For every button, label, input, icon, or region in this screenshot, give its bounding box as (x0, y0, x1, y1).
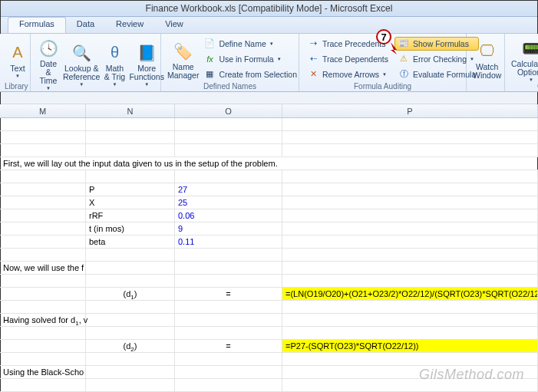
library-group-label: Library (5, 82, 25, 91)
cell-d1-label[interactable]: (d1) (86, 288, 175, 300)
tag-icon: 🏷️ (172, 40, 195, 63)
math-label: Math & Trig (103, 64, 126, 81)
dependents-icon: ⇠ (307, 53, 319, 65)
cell-intro[interactable]: First, we will lay out the input data gi… (0, 157, 538, 170)
cell-d2-formula[interactable]: =P27-(SQRT(O23)*SQRT(O22/12)) (282, 340, 538, 352)
cell-beta-label[interactable]: beta (86, 236, 175, 248)
remove-arrows-button[interactable]: ✕Remove Arrows▼ (304, 68, 391, 81)
tab-view[interactable]: View (154, 17, 194, 33)
calc-options-button[interactable]: 📟 Calculation Options ▼ (510, 35, 538, 82)
chevron-down-icon: ▼ (112, 82, 117, 87)
cell-r-val[interactable]: 0.06 (175, 209, 282, 222)
title-bar: Finance Workbook.xls [Compatibility Mode… (0, 0, 538, 17)
cell-P-val[interactable]: 27 (175, 183, 282, 196)
cell-t-val[interactable]: 9 (175, 222, 282, 235)
more-label: More Functions (129, 64, 164, 81)
defined-names-label: Defined Names (166, 82, 294, 91)
callout-number: 7 (376, 29, 391, 44)
dependents-label: Trace Dependents (322, 54, 388, 64)
chevron-down-icon: ▼ (79, 82, 84, 87)
date-label: Date & Time (37, 60, 60, 85)
cell-X-label[interactable]: X (86, 196, 175, 209)
watch-label: Watch Window (473, 63, 501, 80)
watch-icon: 🖵 (476, 40, 499, 63)
col-P[interactable]: P (282, 104, 538, 117)
cell-t-label[interactable]: t (in mos) (86, 222, 175, 235)
worksheet[interactable]: M N O P First, we will lay out the input… (0, 104, 538, 392)
create-label: Create from Selection (219, 70, 297, 79)
use-formula-button[interactable]: fxUse in Formula▼ (200, 52, 300, 66)
chevron-down-icon: ▼ (269, 41, 274, 46)
more-functions-button[interactable]: 📘 More Functions ▼ (127, 40, 166, 87)
calc-group-label: Calc (510, 82, 538, 91)
calc-label: Calculation Options (511, 60, 538, 77)
tab-formulas[interactable]: Formulas (8, 17, 66, 33)
cell-d2-label[interactable]: (d2) (86, 340, 175, 352)
lookup-icon: 🔍 (70, 41, 93, 64)
define-label: Define Name (219, 39, 266, 48)
error-label: Error Checking (413, 54, 467, 64)
step-callout: 7 (376, 29, 391, 44)
chevron-down-icon: ▼ (144, 82, 149, 87)
ribbon: 7 A Text ▼ Library 🕓 Date & Time ▼ 🔍 Loo… (0, 34, 538, 92)
cell-black-scholes[interactable]: Using the Black-Scho (0, 366, 86, 378)
define-name-button[interactable]: 📄Define Name▼ (200, 37, 300, 51)
remove-label: Remove Arrows (322, 70, 379, 79)
cell-X-val[interactable]: 25 (175, 196, 282, 209)
book-icon: 📘 (135, 41, 158, 64)
cell-P-label[interactable]: P (86, 183, 175, 196)
show-formulas-label: Show Formulas (413, 39, 469, 48)
col-N[interactable]: N (86, 104, 175, 117)
theta-icon: θ (103, 41, 126, 64)
cell-eq-d2[interactable]: = (175, 340, 282, 352)
tab-review[interactable]: Review (105, 17, 154, 33)
cell-now[interactable]: Now, we will use the f (0, 262, 86, 274)
col-M[interactable]: M (0, 104, 86, 117)
cell-solved[interactable]: Having solved for d1, v (0, 314, 86, 326)
date-time-button[interactable]: 🕓 Date & Time ▼ (35, 35, 61, 91)
lookup-label: Lookup & Reference (63, 64, 100, 81)
text-button[interactable]: A Text ▼ (5, 40, 31, 78)
cell-beta-val[interactable]: 0.11 (175, 236, 282, 248)
cell-eq-d1[interactable]: = (175, 288, 282, 300)
col-O[interactable]: O (175, 104, 282, 117)
cell-r-label[interactable]: rRF (86, 209, 175, 222)
create-selection-button[interactable]: ▦Create from Selection (200, 68, 300, 81)
evaluate-icon: ⓕ (398, 68, 410, 81)
lookup-button[interactable]: 🔍 Lookup & Reference ▼ (61, 40, 101, 87)
watch-window-button[interactable]: 🖵 Watch Window (471, 38, 503, 80)
remove-arrows-icon: ✕ (307, 68, 319, 81)
name-manager-button[interactable]: 🏷️ Name Manager (166, 38, 200, 80)
math-button[interactable]: θ Math & Trig ▼ (101, 40, 127, 87)
column-headers: M N O P (0, 104, 538, 118)
chevron-down-icon: ▼ (15, 74, 20, 78)
name-manager-label: Name Manager (167, 63, 199, 80)
trace-dependents-button[interactable]: ⇠Trace Dependents (304, 52, 391, 66)
clock-icon: 🕓 (37, 37, 60, 60)
grid-icon: ▦ (203, 68, 216, 81)
precedents-icon: ⇢ (307, 38, 319, 50)
tab-data[interactable]: Data (66, 17, 105, 33)
calc-icon: 📟 (520, 37, 538, 60)
use-label: Use in Formula (219, 54, 273, 64)
ribbon-tabs: Formulas Data Review View (0, 17, 538, 34)
chevron-down-icon: ▼ (277, 57, 282, 61)
text-label: Text (10, 64, 25, 73)
formula-auditing-label: Formula Auditing (304, 82, 461, 91)
chevron-down-icon: ▼ (382, 72, 387, 77)
define-icon: 📄 (203, 38, 216, 50)
text-icon: A (6, 41, 29, 64)
cell-d1-formula[interactable]: =(LN(O19/O20)+(O21+O23/2)*O22/12)/(SQRT(… (282, 288, 538, 300)
fx-icon: fx (203, 53, 216, 65)
